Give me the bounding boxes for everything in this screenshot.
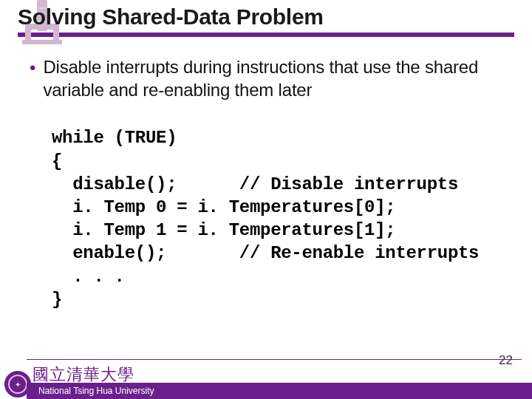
bullet-item: • Disable interrupts during instructions…: [30, 56, 502, 101]
page-number: 22: [499, 353, 513, 368]
bullet-text: Disable interrupts during instructions t…: [43, 56, 502, 101]
bullet-marker: •: [30, 56, 35, 77]
title-underline: [18, 33, 514, 37]
slide-title: Solving Shared-Data Problem: [18, 4, 514, 30]
slide: Solving Shared-Data Problem • Disable in…: [0, 0, 532, 399]
footer-band: National Tsing Hua University: [27, 383, 532, 399]
footer-rule: [27, 359, 522, 360]
slide-footer: 22 國立清華大學 ✦ National Tsing Hua Universit…: [0, 368, 532, 399]
university-name: National Tsing Hua University: [38, 386, 154, 396]
code-block: while (TRUE) { disable(); // Disable int…: [52, 126, 502, 311]
slide-content: • Disable interrupts during instructions…: [0, 41, 532, 311]
slide-header: Solving Shared-Data Problem: [0, 4, 532, 41]
